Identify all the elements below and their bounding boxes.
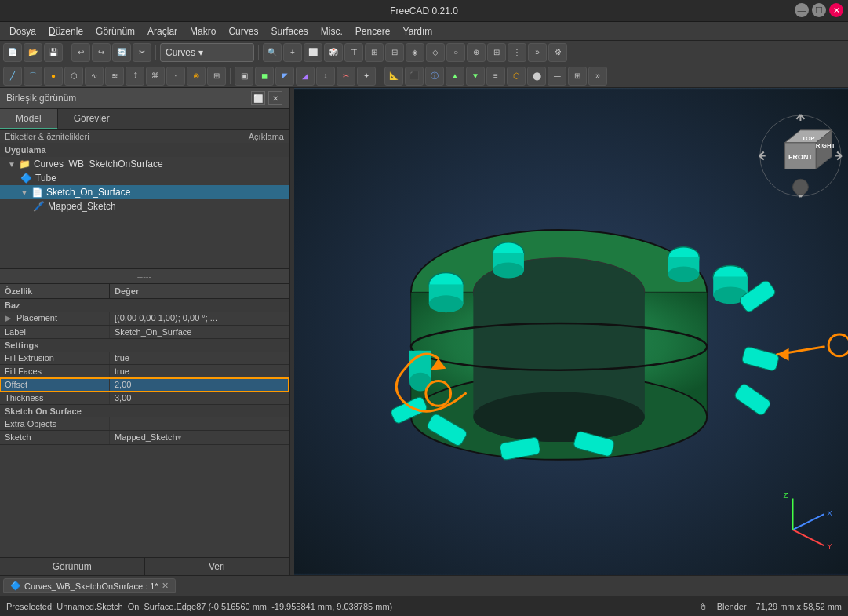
svg-text:Y: Y	[827, 541, 832, 550]
main-content: Birleşik görünüm ⬜ ✕ Model Görevler Etik…	[0, 88, 848, 575]
tb2-tube[interactable]: ⬤	[527, 67, 546, 86]
tb2-spline[interactable]: ∿	[85, 67, 104, 86]
props-row-fill-faces[interactable]: Fill Faces true	[0, 365, 289, 378]
tb2-pipe[interactable]: ⌯	[548, 67, 566, 86]
tb-new[interactable]: 📄	[3, 43, 22, 62]
viewport[interactable]: FRONT TOP RIGHT X Y Z	[294, 88, 848, 575]
tree-header: Etiketler & öznitelikleri Açıklama	[0, 130, 289, 143]
menu-dosya[interactable]: Dosya	[3, 24, 42, 38]
tb-more[interactable]: »	[528, 43, 547, 62]
tb2-parts[interactable]: ▼	[466, 67, 485, 86]
tb2-loft[interactable]: ◤	[275, 67, 294, 86]
tb2-extend[interactable]: ⊞	[207, 67, 226, 86]
menu-pencere[interactable]: Pencere	[349, 24, 397, 38]
tb2-spline2[interactable]: ≋	[105, 67, 124, 86]
menu-misc[interactable]: Misc.	[315, 24, 349, 38]
menu-surfaces[interactable]: Surfaces	[264, 24, 314, 38]
tb-undo[interactable]: ↩	[71, 43, 90, 62]
tb2-more2[interactable]: »	[588, 67, 607, 86]
tb-view-iso2[interactable]: ◇	[426, 43, 445, 62]
props-group-settings: Settings	[0, 339, 289, 352]
tree-node-tube[interactable]: 🔷 Tube	[0, 171, 289, 185]
props-row-placement[interactable]: ▶ Placement [(0,00 0,00 1,00); 0,00 °; .…	[0, 312, 289, 326]
tb-view-front[interactable]: ⊞	[365, 43, 384, 62]
tree-node-root[interactable]: ▼ 📁 Curves_WB_SketchOnSurface	[0, 157, 289, 171]
tb2-more[interactable]: ✦	[357, 67, 376, 86]
props-row-offset[interactable]: Offset 2,00	[0, 378, 289, 392]
tb-view-3d[interactable]: 🎲	[324, 43, 343, 62]
menu-araclar[interactable]: Araçlar	[141, 24, 184, 38]
panel-close[interactable]: ✕	[268, 91, 282, 105]
tab-model[interactable]: Model	[0, 109, 58, 129]
tree-node-sos[interactable]: ▼ 📄 Sketch_On_Surface	[0, 185, 289, 199]
props-row-thickness[interactable]: Thickness 3,00	[0, 392, 289, 405]
tb2-solid[interactable]: ⬛	[405, 67, 424, 86]
tree-col-desc: Açıklama	[249, 132, 284, 141]
panel-divider: -----	[0, 268, 289, 284]
tb2-poly[interactable]: ⬡	[64, 67, 83, 86]
tab-gorevler[interactable]: Görevler	[58, 109, 126, 129]
workbench-dropdown[interactable]: Curves ▾	[160, 43, 254, 62]
panel-expand[interactable]: ⬜	[251, 91, 265, 105]
tb2-line[interactable]: ╱	[3, 67, 22, 86]
tb-settings[interactable]: ⚙	[548, 43, 567, 62]
svg-point-45	[792, 179, 808, 195]
tb-view-iso[interactable]: ◈	[406, 43, 424, 62]
tb2-mesh[interactable]: ⬡	[507, 67, 526, 86]
tb-nav[interactable]: ⊕	[467, 43, 486, 62]
props-area: Özellik Değer Baz ▶ Placement [(0,00 0,0…	[0, 284, 289, 557]
maximize-button[interactable]: ☐	[812, 3, 826, 17]
tb-open[interactable]: 📂	[24, 43, 42, 62]
tb2-point[interactable]: ·	[166, 67, 185, 86]
tb-refresh[interactable]: 🔄	[112, 43, 131, 62]
tb2-fill[interactable]: ▣	[235, 67, 253, 86]
tb-zoom-in[interactable]: +	[283, 43, 302, 62]
props-row-sketch[interactable]: Sketch Mapped_Sketch ▾	[0, 431, 289, 445]
tb-snap[interactable]: ⋮	[508, 43, 526, 62]
tb2-arc[interactable]: ⌒	[24, 67, 42, 86]
tb-zoom-fit[interactable]: 🔍	[263, 43, 282, 62]
tb2-curve[interactable]: ⌘	[146, 67, 165, 86]
tb-save[interactable]: 💾	[44, 43, 63, 62]
close-button[interactable]: ✕	[829, 3, 843, 17]
tree-col-label: Etiketler & öznitelikleri	[5, 132, 89, 141]
props-row-fill-extrusion[interactable]: Fill Extrusion true	[0, 352, 289, 365]
props-row-label[interactable]: Label Sketch_On_Surface	[0, 326, 289, 339]
menu-curves[interactable]: Curves	[222, 24, 264, 38]
tb2-sketch[interactable]: 📐	[384, 67, 403, 86]
tb2-trim[interactable]: ✂	[337, 67, 355, 86]
viewport-svg: FRONT TOP RIGHT X Y Z	[294, 88, 848, 575]
tb2-profile[interactable]: ↕	[316, 67, 335, 86]
tree-node-ms[interactable]: 🖊️ Mapped_Sketch	[0, 199, 289, 213]
tb-grid[interactable]: ⊞	[487, 43, 506, 62]
viewport-tab[interactable]: 🔷 Curves_WB_SketchOnSurface : 1* ✕	[3, 578, 176, 593]
tb-view-box[interactable]: ⬜	[304, 43, 322, 62]
tb-redo[interactable]: ↪	[92, 43, 111, 62]
minimize-button[interactable]: —	[795, 3, 809, 17]
tb2-grid2[interactable]: ⊞	[568, 67, 587, 86]
tb2-info[interactable]: ⓘ	[425, 67, 444, 86]
menu-gorunum[interactable]: Görünüm	[89, 24, 141, 38]
menu-yardim[interactable]: Yardım	[397, 24, 439, 38]
toolbar-row-1: 📄 📂 💾 ↩ ↪ 🔄 ✂ Curves ▾ 🔍 + ⬜ 🎲 ⊤ ⊞ ⊟ ◈ ◇…	[0, 41, 848, 64]
gorunum-btn[interactable]: Görünüm	[0, 558, 145, 575]
tb2-join[interactable]: ⊗	[187, 67, 206, 86]
tb2-align[interactable]: ≡	[486, 67, 505, 86]
svg-point-9	[473, 392, 644, 442]
menu-makro[interactable]: Makro	[184, 24, 222, 38]
tb-view-right[interactable]: ⊟	[385, 43, 404, 62]
tb2-sweep[interactable]: ◢	[296, 67, 315, 86]
prop-thickness-value: 3,00	[110, 392, 136, 404]
tb-view-top[interactable]: ⊤	[344, 43, 363, 62]
workbench-label: Curves	[166, 47, 195, 58]
tb2-part[interactable]: ▲	[446, 67, 464, 86]
tb2-bezier[interactable]: ⤴	[126, 67, 144, 86]
tb-orbit[interactable]: ○	[446, 43, 465, 62]
veri-btn[interactable]: Veri	[145, 558, 289, 575]
menu-duzenle[interactable]: Düzenle	[42, 24, 89, 38]
props-row-extra-objects[interactable]: Extra Objects	[0, 417, 289, 431]
tb2-surface[interactable]: ◼	[255, 67, 274, 86]
tab-close[interactable]: ✕	[162, 581, 169, 591]
tb2-circle[interactable]: ●	[44, 67, 63, 86]
tb-cut[interactable]: ✂	[133, 43, 151, 62]
